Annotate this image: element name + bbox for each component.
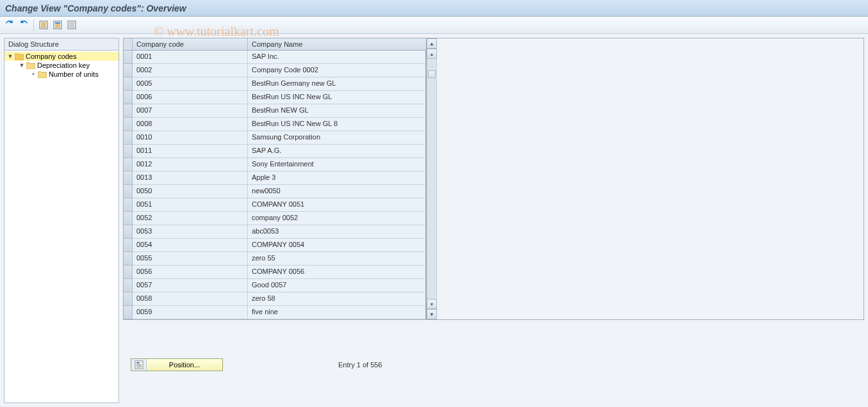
row-selector[interactable] xyxy=(124,51,133,64)
cell-company-code[interactable]: 0051 xyxy=(133,198,248,212)
deselect-all-icon[interactable] xyxy=(66,19,78,31)
cell-company-code[interactable]: 0001 xyxy=(133,51,248,64)
cell-company-name[interactable]: new0050 xyxy=(248,185,426,198)
cell-company-name[interactable]: company 0052 xyxy=(248,212,426,225)
scroll-down-icon[interactable]: ▼ xyxy=(427,309,437,319)
cell-company-name[interactable]: zero 55 xyxy=(248,252,426,266)
scroll-up-icon[interactable]: ▲ xyxy=(427,38,437,49)
cell-company-name[interactable]: BestRun US INC New GL xyxy=(248,91,426,104)
row-selector[interactable] xyxy=(124,91,133,104)
row-selector[interactable] xyxy=(124,198,133,212)
cell-company-code[interactable]: 0058 xyxy=(133,292,248,306)
select-all-icon[interactable] xyxy=(38,19,49,31)
cell-company-code[interactable]: 0008 xyxy=(133,118,248,131)
scroll-thumb[interactable] xyxy=(428,70,436,78)
row-selector[interactable] xyxy=(124,172,133,185)
table-row[interactable]: 0007BestRun NEW GL xyxy=(124,104,426,118)
cell-company-code[interactable]: 0013 xyxy=(133,172,248,185)
row-selector[interactable] xyxy=(124,145,133,158)
cell-company-code[interactable]: 0056 xyxy=(133,266,248,279)
select-block-icon[interactable] xyxy=(52,19,63,31)
expand-toggle-icon[interactable]: ▼ xyxy=(19,62,25,68)
column-company-name[interactable]: Company Name xyxy=(248,38,426,51)
row-selector[interactable] xyxy=(124,64,133,77)
table-vertical-scrollbar[interactable]: ▲ ▴ ▾ ▼ xyxy=(427,38,437,319)
cell-company-code[interactable]: 0002 xyxy=(133,64,248,77)
cell-company-code[interactable]: 0012 xyxy=(133,158,248,172)
table-row[interactable]: 0052company 0052 xyxy=(124,212,426,225)
cell-company-name[interactable]: BestRun NEW GL xyxy=(248,104,426,118)
table-row[interactable]: 0008BestRun US INC New GL 8 xyxy=(124,118,426,131)
cell-company-code[interactable]: 0010 xyxy=(133,131,248,145)
scroll-down-step-icon[interactable]: ▾ xyxy=(427,299,437,309)
row-selector[interactable] xyxy=(124,212,133,225)
table-row[interactable]: 0059five nine xyxy=(124,306,426,319)
cell-company-name[interactable]: SAP A.G. xyxy=(248,145,426,158)
table-row[interactable]: 0013Apple 3 xyxy=(124,172,426,185)
table-row[interactable]: 0050new0050 xyxy=(124,185,426,198)
table-row[interactable]: 0002Company Code 0002 xyxy=(124,64,426,77)
row-selector[interactable] xyxy=(124,118,133,131)
row-selector[interactable] xyxy=(124,239,133,252)
row-selector[interactable] xyxy=(124,252,133,266)
row-selector[interactable] xyxy=(124,292,133,306)
row-selector[interactable] xyxy=(124,266,133,279)
row-selector[interactable] xyxy=(124,306,133,319)
cell-company-code[interactable]: 0053 xyxy=(133,225,248,239)
table-row[interactable]: 0010Samsung Corporation xyxy=(124,131,426,145)
row-selector[interactable] xyxy=(124,77,133,91)
cell-company-code[interactable]: 0011 xyxy=(133,145,248,158)
table-row[interactable]: 0058zero 58 xyxy=(124,292,426,306)
table-row[interactable]: 0051COMPANY 0051 xyxy=(124,198,426,212)
cell-company-code[interactable]: 0055 xyxy=(133,252,248,266)
undo-icon[interactable] xyxy=(18,19,29,31)
change-display-icon[interactable] xyxy=(4,19,15,31)
table-row[interactable]: 0012Sony Entertainment xyxy=(124,158,426,172)
row-selector[interactable] xyxy=(124,158,133,172)
column-company-code[interactable]: Company code xyxy=(133,38,248,51)
row-selector[interactable] xyxy=(124,225,133,239)
scroll-track[interactable] xyxy=(427,59,437,299)
table-row[interactable]: 0005BestRun Germany new GL xyxy=(124,77,426,91)
tree-item-number-of-units[interactable]: •Number of units xyxy=(4,70,119,79)
select-all-column[interactable] xyxy=(124,38,133,51)
tree-item-depreciation-key[interactable]: ▼Depreciation key xyxy=(4,61,119,70)
row-selector[interactable] xyxy=(124,185,133,198)
cell-company-code[interactable]: 0050 xyxy=(133,185,248,198)
cell-company-name[interactable]: COMPANY 0054 xyxy=(248,239,426,252)
cell-company-code[interactable]: 0054 xyxy=(133,239,248,252)
table-row[interactable]: 0055zero 55 xyxy=(124,252,426,266)
table-row[interactable]: 0053abc0053 xyxy=(124,225,426,239)
cell-company-name[interactable]: Samsung Corporation xyxy=(248,131,426,145)
table-row[interactable]: 0056COMPANY 0056 xyxy=(124,266,426,279)
cell-company-code[interactable]: 0006 xyxy=(133,91,248,104)
table-row[interactable]: 0006BestRun US INC New GL xyxy=(124,91,426,104)
expand-toggle-icon[interactable]: ▼ xyxy=(7,53,13,60)
cell-company-name[interactable]: five nine xyxy=(248,306,426,319)
tree-item-company-codes[interactable]: ▼Company codes xyxy=(4,52,119,61)
table-row[interactable]: 0001SAP Inc. xyxy=(124,51,426,64)
cell-company-name[interactable]: BestRun US INC New GL 8 xyxy=(248,118,426,131)
table-row[interactable]: 0054COMPANY 0054 xyxy=(124,239,426,252)
cell-company-name[interactable]: zero 58 xyxy=(248,292,426,306)
cell-company-code[interactable]: 0007 xyxy=(133,104,248,118)
cell-company-name[interactable]: Company Code 0002 xyxy=(248,64,426,77)
row-selector[interactable] xyxy=(124,279,133,292)
position-button[interactable]: Position... xyxy=(131,358,223,371)
cell-company-name[interactable]: SAP Inc. xyxy=(248,51,426,64)
table-row[interactable]: 0057Good 0057 xyxy=(124,279,426,292)
row-selector[interactable] xyxy=(124,131,133,145)
cell-company-name[interactable]: Sony Entertainment xyxy=(248,158,426,172)
cell-company-name[interactable]: Good 0057 xyxy=(248,279,426,292)
cell-company-name[interactable]: COMPANY 0056 xyxy=(248,266,426,279)
table-row[interactable]: 0011SAP A.G. xyxy=(124,145,426,158)
cell-company-name[interactable]: Apple 3 xyxy=(248,172,426,185)
cell-company-name[interactable]: BestRun Germany new GL xyxy=(248,77,426,91)
cell-company-name[interactable]: abc0053 xyxy=(248,225,426,239)
row-selector[interactable] xyxy=(124,104,133,118)
cell-company-code[interactable]: 0057 xyxy=(133,279,248,292)
cell-company-code[interactable]: 0005 xyxy=(133,77,248,91)
cell-company-code[interactable]: 0052 xyxy=(133,212,248,225)
cell-company-code[interactable]: 0059 xyxy=(133,306,248,319)
cell-company-name[interactable]: COMPANY 0051 xyxy=(248,198,426,212)
